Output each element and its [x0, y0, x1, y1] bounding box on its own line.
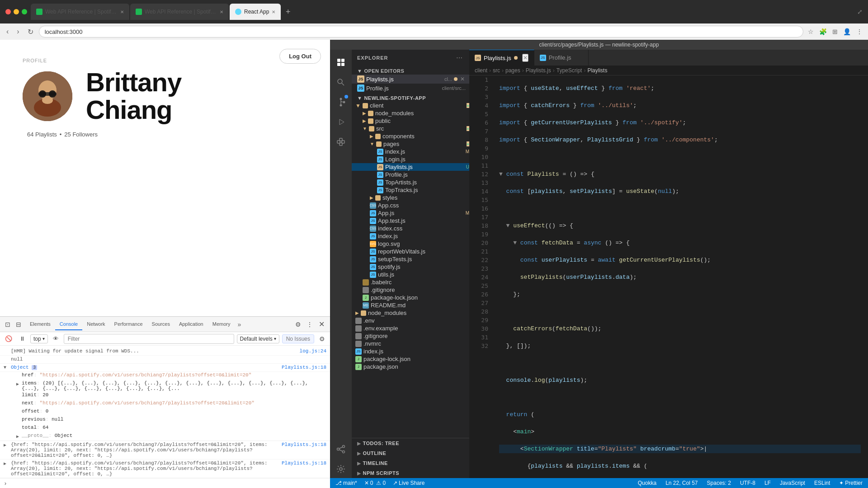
tree-item-public[interactable]: ▶ public: [352, 117, 469, 125]
browser-tab-2[interactable]: Web API Reference | Spotify fo... ✕: [130, 4, 229, 20]
browser-tab-1[interactable]: Web API Reference | Spotify fo... ✕: [31, 4, 129, 20]
tree-item-readme-md[interactable]: MD README.md: [352, 301, 469, 309]
activity-debug[interactable]: [332, 113, 350, 131]
object-expand-arrow[interactable]: ▼: [4, 365, 6, 370]
tree-item-node-modules[interactable]: ▶ node_modules: [352, 109, 469, 117]
console-context-selector[interactable]: top ▾: [30, 334, 48, 343]
tree-item-logo-svg[interactable]: SVG logo.svg: [352, 240, 469, 248]
devtools-tab-console[interactable]: Console: [55, 319, 82, 330]
tree-item-node-modules-root[interactable]: ▶ node_modules: [352, 309, 469, 317]
tree-item-app-css[interactable]: CSS App.css: [352, 202, 469, 209]
console-clear-button[interactable]: 🚫: [3, 334, 14, 343]
tree-item-profile-js[interactable]: JS Profile.js: [352, 171, 469, 178]
tree-item-env-example[interactable]: .env.example: [352, 324, 469, 332]
menu-button[interactable]: ⋮: [854, 27, 864, 36]
tree-item-gitignore-root[interactable]: .gitignore: [352, 332, 469, 340]
todos-tree-section[interactable]: ▶ TODOS: TREE: [352, 438, 469, 448]
tree-item-setuptests[interactable]: JS setupTests.js: [352, 255, 469, 263]
new-tab-button[interactable]: +: [282, 5, 294, 18]
devtools-tab-memory[interactable]: Memory: [208, 319, 235, 330]
statusbar-language[interactable]: JavaScript: [778, 480, 807, 486]
devtools-close-button[interactable]: ✕: [316, 318, 327, 330]
tree-item-packagelock-root[interactable]: J package-lock.json: [352, 355, 469, 363]
tree-item-utils-js[interactable]: JS utils.js: [352, 271, 469, 278]
devtools-settings-button[interactable]: ⚙: [293, 318, 303, 330]
tree-item-app-js[interactable]: JS App.js M: [352, 209, 469, 217]
refresh-button[interactable]: ↻: [25, 26, 36, 38]
statusbar-quokka[interactable]: Quokka: [636, 480, 658, 486]
devtools-more-actions-button[interactable]: ⋮: [304, 318, 315, 330]
bc-pages[interactable]: pages: [505, 67, 520, 74]
maximize-traffic-light[interactable]: [22, 9, 27, 14]
tree-item-index-css[interactable]: CSS index.css: [352, 225, 469, 232]
new-file-button[interactable]: ⋯: [455, 53, 464, 62]
browser-window-icon[interactable]: ⤢: [857, 8, 863, 15]
open-file-playlists[interactable]: JS Playlists.js cl... ✕: [352, 75, 469, 84]
timeline-section[interactable]: ▶ TIMELINE: [352, 458, 469, 468]
tree-item-spotify-js[interactable]: JS spotify.js: [352, 263, 469, 271]
close-traffic-light[interactable]: [5, 9, 11, 14]
device-toolbar-button[interactable]: ⊟: [14, 319, 24, 330]
npm-scripts-section[interactable]: ▶ NPM SCRIPTS: [352, 468, 469, 478]
statusbar-prettier[interactable]: ✦ Prettier: [837, 480, 864, 486]
tab-close-2[interactable]: ✕: [220, 9, 223, 14]
tree-item-playlists-js[interactable]: JS Playlists.js U: [352, 163, 469, 171]
obj-expand-items[interactable]: ▶: [16, 381, 19, 387]
devtools-tab-elements[interactable]: Elements: [25, 319, 55, 330]
address-bar[interactable]: localhost:3000: [39, 26, 803, 38]
console-input[interactable]: [10, 481, 326, 487]
bc-src[interactable]: src: [493, 67, 500, 74]
profile-button[interactable]: 👤: [841, 27, 853, 36]
tree-item-nvmrc[interactable]: .nvmrc: [352, 340, 469, 347]
console-level-selector[interactable]: Default levels ▾: [237, 334, 279, 343]
obj-expand-proto[interactable]: ▶: [16, 434, 19, 439]
activity-explorer[interactable]: [332, 53, 350, 71]
logout-button[interactable]: Log Out: [279, 49, 321, 64]
statusbar-line-ending[interactable]: LF: [763, 480, 773, 486]
obj-expand-inline1[interactable]: ▶: [4, 442, 6, 448]
activity-search[interactable]: [332, 73, 350, 91]
screenshot-button[interactable]: ⊞: [830, 27, 840, 36]
statusbar-position[interactable]: Ln 22, Col 57: [664, 480, 699, 486]
statusbar-encoding[interactable]: UTF-8: [738, 480, 757, 486]
tree-item-index-js-pages[interactable]: JS index.js M: [352, 148, 469, 155]
console-file-link-hmr[interactable]: log.js:24: [300, 348, 326, 354]
tab-close-3[interactable]: ✕: [272, 9, 275, 14]
tab-close-playlists[interactable]: ✕: [522, 54, 528, 62]
tree-item-login-js[interactable]: JS Login.js: [352, 155, 469, 163]
console-eye-button[interactable]: 👁: [51, 334, 61, 343]
statusbar-live-share[interactable]: ↗ Live Share: [391, 480, 426, 486]
devtools-tab-network[interactable]: Network: [82, 319, 109, 330]
inspect-element-button[interactable]: ⊡: [3, 319, 13, 330]
bc-playlists-symbol[interactable]: Playlists: [587, 67, 607, 74]
devtools-tab-application[interactable]: Application: [175, 319, 208, 330]
tree-item-index-root[interactable]: JS index.js: [352, 347, 469, 355]
open-editors-header[interactable]: ▼ OPEN EDITORS: [352, 66, 469, 75]
minimize-traffic-light[interactable]: [14, 9, 19, 14]
outline-section[interactable]: ▶ OUTLINE: [352, 448, 469, 458]
extension-button[interactable]: 🧩: [817, 27, 829, 36]
activity-live-share[interactable]: [332, 440, 350, 458]
obj-expand-inline2[interactable]: ▶: [4, 461, 6, 466]
devtools-tab-sources[interactable]: Sources: [147, 319, 175, 330]
open-file-profile[interactable]: JS Profile.js client/src...: [352, 84, 469, 93]
tree-item-pages[interactable]: ▼ pages ●: [352, 140, 469, 148]
tree-item-app-test-js[interactable]: JS App.test.js: [352, 217, 469, 225]
tree-item-index-js-src[interactable]: JS index.js: [352, 232, 469, 240]
console-file-link-inline2[interactable]: Playlists.js:18: [282, 460, 326, 466]
tree-item-babelrc[interactable]: .babelrc: [352, 278, 469, 286]
tree-item-src[interactable]: ▼ src ●: [352, 125, 469, 132]
back-button[interactable]: ‹: [4, 26, 11, 38]
tree-item-package-json-root[interactable]: J package.json: [352, 363, 469, 371]
tree-item-gitignore-client[interactable]: .gitignore: [352, 286, 469, 294]
console-file-link-inline1[interactable]: Playlists.js:18: [282, 442, 326, 447]
tree-item-reportwebvitals[interactable]: JS reportWebVitals.js: [352, 248, 469, 255]
devtools-tab-more[interactable]: »: [235, 319, 244, 330]
console-filter-input[interactable]: [64, 334, 234, 344]
open-file-playlists-close[interactable]: ✕: [459, 76, 466, 82]
editor-tab-playlists[interactable]: JS Playlists.js ✕: [469, 50, 534, 66]
activity-git[interactable]: [332, 93, 350, 111]
statusbar-errors[interactable]: ✕ 0 ⚠ 0: [363, 480, 387, 486]
tree-item-toptracks-js[interactable]: JS TopTracks.js: [352, 186, 469, 194]
bc-client[interactable]: client: [475, 67, 487, 74]
